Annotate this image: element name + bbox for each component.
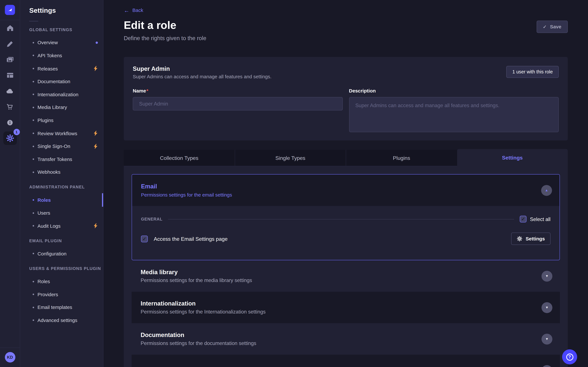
bullet-icon — [33, 199, 34, 201]
bullet-icon — [33, 145, 34, 147]
strapi-logo[interactable] — [5, 5, 15, 15]
sidebar-item-providers[interactable]: Providers — [29, 288, 103, 301]
question-mark-icon: ? — [566, 353, 573, 360]
tab-collection-types[interactable]: Collection Types — [124, 150, 235, 166]
cart-icon — [6, 103, 14, 110]
nav-settings-icon[interactable]: 1 — [0, 130, 20, 146]
bullet-icon — [33, 171, 34, 173]
active-nav-highlight: 1 — [3, 132, 17, 145]
sidebar-item-transfer-tokens[interactable]: Transfer Tokens — [29, 153, 103, 166]
tab-settings[interactable]: Settings — [457, 149, 568, 166]
section-users-permissions-plugin: USERS & PERMISSIONS PLUGIN — [29, 262, 103, 275]
accordion-title: Internationalization — [141, 300, 266, 307]
rail-footer: KD — [0, 348, 20, 367]
tab-single-types[interactable]: Single Types — [235, 150, 346, 166]
expand-button[interactable]: ▼ — [541, 302, 552, 313]
sidebar-item-releases[interactable]: Releases — [29, 62, 103, 75]
lightning-icon — [94, 131, 98, 136]
sidebar-item-internationalization[interactable]: Internationalization — [29, 88, 103, 101]
expand-button[interactable]: ▼ — [541, 365, 552, 367]
tab-plugins[interactable]: Plugins — [346, 150, 457, 166]
sidebar-item-single-sign-on[interactable]: Single Sign-On — [29, 140, 103, 153]
sidebar-item-media-library[interactable]: Media Library — [29, 101, 103, 114]
accordion-email-titles: Email Permissions settings for the email… — [141, 183, 232, 198]
description-field-group: Description Super Admins can access and … — [349, 87, 559, 132]
accordion-internationalization[interactable]: Internationalization Permissions setting… — [132, 292, 560, 323]
bullet-icon — [33, 42, 34, 43]
images-icon — [6, 56, 14, 63]
main-content: ← Back Edit a role Define the rights giv… — [104, 0, 588, 367]
accordion-media-library[interactable]: Media library Permissions settings for t… — [132, 260, 560, 292]
bullet-icon — [33, 319, 34, 321]
home-icon — [6, 24, 14, 32]
accordion-plugins-and-marketplace[interactable]: Plugins and marketplace ▼ — [132, 355, 560, 367]
nav-content-type-builder-icon[interactable] — [0, 67, 20, 83]
save-button[interactable]: ✓ Save — [536, 21, 568, 33]
bullet-icon — [33, 68, 34, 69]
bullet-icon — [33, 94, 34, 95]
accordion-email-header[interactable]: Email Permissions settings for the email… — [132, 175, 559, 206]
users-with-role-button[interactable]: 1 user with this role — [506, 66, 559, 78]
chevron-up-icon: ▲ — [545, 188, 548, 192]
nav-information-icon[interactable] — [0, 115, 20, 130]
user-avatar[interactable]: KD — [5, 352, 15, 362]
section-global-settings: GLOBAL SETTINGS — [29, 23, 103, 36]
sidebar-item-overview[interactable]: Overview — [29, 36, 103, 49]
accordion-subtitle: Permissions settings for the Internation… — [141, 309, 266, 315]
bullet-icon — [33, 294, 34, 295]
permission-settings-button[interactable]: Settings — [511, 233, 551, 245]
section-administration-panel: ADMINISTRATION PANEL — [29, 181, 103, 193]
sidebar-item-review-workflows[interactable]: Review Workflows — [29, 127, 103, 140]
name-input[interactable] — [133, 97, 343, 111]
accordion-subtitle: Permissions settings for the media libra… — [141, 277, 252, 284]
nav-home-icon[interactable] — [0, 20, 20, 36]
lightning-icon — [94, 66, 98, 71]
bullet-icon — [33, 107, 34, 108]
permission-checkbox[interactable]: ✓ — [141, 235, 148, 242]
expand-button[interactable]: ▼ — [541, 334, 552, 344]
sidebar-item-api-tokens[interactable]: API Tokens — [29, 49, 103, 62]
sidebar-item-plugins[interactable]: Plugins — [29, 114, 103, 127]
bullet-icon — [33, 81, 34, 82]
gear-icon — [517, 236, 522, 242]
help-button[interactable]: ? — [562, 349, 577, 364]
pen-icon — [6, 40, 14, 48]
sidebar-title: Settings — [29, 7, 103, 15]
accordion-subtitle: Permissions settings for the email setti… — [141, 192, 232, 198]
sidebar-item-email-templates[interactable]: Email templates — [29, 301, 103, 314]
chevron-down-icon: ▼ — [545, 306, 548, 309]
back-link[interactable]: ← Back — [124, 8, 143, 13]
collapse-button[interactable]: ▲ — [541, 185, 552, 196]
sidebar-item-advanced-settings[interactable]: Advanced settings — [29, 314, 103, 327]
sidebar-item-webhooks[interactable]: Webhooks — [29, 166, 103, 179]
accordion-title: Documentation — [141, 332, 256, 339]
sidebar-item-audit-logs[interactable]: Audit Logs — [29, 219, 103, 232]
lightning-icon — [94, 223, 98, 228]
name-label: Name* — [133, 88, 148, 94]
bullet-icon — [33, 253, 34, 254]
permission-left: ✓ Access the Email Settings page — [141, 235, 227, 242]
role-name-heading: Super Admin — [133, 65, 559, 72]
nav-cloud-icon[interactable] — [0, 83, 20, 99]
description-textarea[interactable]: Super Admins can access and manage all f… — [349, 97, 559, 132]
nav-marketplace-icon[interactable] — [0, 99, 20, 115]
paper-plane-icon — [7, 7, 13, 13]
bullet-icon — [33, 212, 34, 214]
sidebar-item-documentation[interactable]: Documentation — [29, 75, 103, 88]
expand-button[interactable]: ▼ — [541, 271, 552, 282]
nav-content-manager-icon[interactable] — [0, 36, 20, 51]
nav-media-library-icon[interactable] — [0, 52, 20, 67]
required-asterisk: * — [146, 88, 148, 94]
role-description-text: Super Admins can access and manage all f… — [133, 74, 559, 80]
select-all-checkbox[interactable]: ✓ — [520, 216, 527, 222]
bullet-icon — [33, 225, 34, 226]
settings-tab-panel: Email Permissions settings for the email… — [124, 166, 568, 367]
section-email-plugin: EMAIL PLUGIN — [29, 234, 103, 247]
sidebar-item-roles-up[interactable]: Roles — [29, 275, 103, 288]
sidebar-item-roles-admin[interactable]: Roles — [29, 193, 103, 206]
select-all-label: Select all — [530, 216, 551, 222]
sidebar-item-configuration[interactable]: Configuration — [29, 247, 103, 260]
accordion-documentation[interactable]: Documentation Permissions settings for t… — [132, 323, 560, 355]
sidebar-item-users[interactable]: Users — [29, 207, 103, 219]
bullet-icon — [33, 120, 34, 121]
